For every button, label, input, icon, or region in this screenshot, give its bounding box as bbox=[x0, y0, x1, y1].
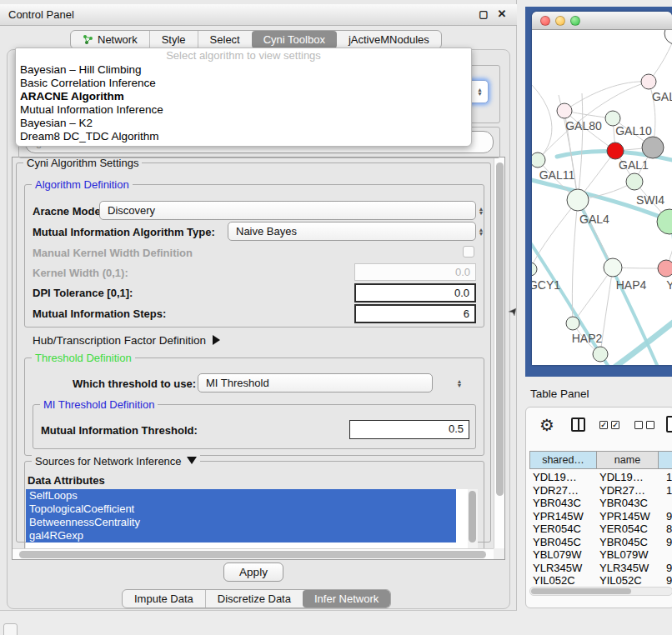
network-node[interactable] bbox=[657, 209, 672, 234]
attribute-list-item[interactable]: TopologicalCoefficient bbox=[26, 502, 456, 516]
attributes-scrollbar[interactable] bbox=[468, 489, 478, 549]
table-cell bbox=[658, 497, 672, 510]
dpi-tolerance-field[interactable]: 0.0 bbox=[354, 283, 476, 302]
apply-button[interactable]: Apply bbox=[223, 562, 283, 582]
network-node[interactable] bbox=[642, 137, 664, 158]
table-row[interactable]: YLR345WYLR345W9. bbox=[529, 562, 672, 575]
attribute-list-item[interactable]: BetweennessCentrality bbox=[26, 516, 456, 529]
network-node[interactable] bbox=[557, 103, 572, 118]
select-all-columns-icon[interactable]: ✓ ✓ bbox=[599, 421, 619, 429]
table-row[interactable]: YBL079WYBL079W bbox=[529, 548, 672, 562]
column-header-shared-name[interactable]: shared… bbox=[530, 452, 597, 468]
table-cell: 12 bbox=[658, 484, 672, 498]
table-row[interactable]: YER054CYER054C8. bbox=[529, 522, 672, 536]
table-row[interactable]: YPR145WYPR145W9. bbox=[529, 510, 672, 523]
algorithm-option[interactable]: Bayesian – Hill Climbing bbox=[16, 63, 471, 77]
attribute-list-item[interactable]: SelfLoops bbox=[26, 489, 456, 502]
mi-steps-field[interactable]: 6 bbox=[354, 304, 476, 323]
network-node-label: GAL4 bbox=[579, 212, 609, 226]
scrollbar-thumb[interactable] bbox=[19, 551, 486, 558]
split-columns-icon[interactable] bbox=[571, 418, 585, 432]
network-node[interactable] bbox=[567, 189, 589, 211]
network-node[interactable] bbox=[566, 317, 579, 330]
table-row[interactable]: YDR27…YDR27…12 bbox=[529, 484, 672, 498]
network-node[interactable] bbox=[532, 152, 545, 168]
column-header-name[interactable]: name bbox=[597, 452, 659, 468]
attribute-list-item[interactable]: gal4RGexp bbox=[26, 529, 456, 542]
scrollbar-thumb[interactable] bbox=[496, 162, 504, 496]
mouse-cursor bbox=[507, 307, 517, 317]
close-window-icon[interactable]: ✕ bbox=[495, 8, 509, 21]
tab-cyni-toolbox[interactable]: Cyni Toolbox bbox=[252, 31, 337, 48]
network-node[interactable] bbox=[593, 347, 608, 362]
tab-impute-data[interactable]: Impute Data bbox=[123, 590, 205, 608]
minimized-panel-icon[interactable] bbox=[3, 623, 18, 635]
table-cell: YBL079W bbox=[596, 548, 658, 562]
new-table-icon[interactable] bbox=[666, 416, 672, 432]
table-row[interactable]: YBR045CYBR045C9. bbox=[529, 536, 672, 549]
table-row[interactable]: YBR043CYBR043C bbox=[529, 497, 672, 510]
table-horizontal-scrollbar[interactable] bbox=[529, 587, 672, 596]
sources-title: Sources for Network Inference bbox=[35, 455, 182, 468]
network-node-labels: GALGAL80GAL10GAL1GAL11SWI4GAL4GCY1HAP4YH… bbox=[532, 90, 672, 345]
deselect-all-columns-icon[interactable] bbox=[634, 421, 654, 429]
manual-kernel-checkbox[interactable] bbox=[463, 246, 474, 258]
table-cell: YLR345W bbox=[529, 562, 596, 575]
table-body: YDL19…YDL19…13YDR27…YDR27…12YBR043CYBR04… bbox=[529, 471, 672, 586]
network-node[interactable] bbox=[664, 30, 672, 44]
settings-vertical-scrollbar[interactable] bbox=[494, 158, 504, 549]
table-cell: YIL052C bbox=[529, 574, 596, 586]
sources-toggle[interactable]: Sources for Network Inference bbox=[32, 455, 200, 468]
algorithm-option[interactable]: Bayesian – K2 bbox=[16, 117, 471, 130]
hub-section-label: Hub/Transcription Factor Definition bbox=[33, 334, 206, 347]
settings-horizontal-scrollbar[interactable] bbox=[13, 548, 495, 559]
scrollbar-thumb[interactable] bbox=[531, 588, 631, 594]
network-window-titlebar[interactable] bbox=[532, 12, 672, 30]
network-canvas[interactable]: GALGAL80GAL10GAL1GAL11SWI4GAL4GCY1HAP4YH… bbox=[532, 30, 672, 365]
minimize-traffic-light-icon[interactable] bbox=[555, 16, 565, 26]
control-panel: Control Panel ▢ ✕ NetworkStyleSelectCyni… bbox=[0, 0, 517, 611]
close-traffic-light-icon[interactable] bbox=[540, 16, 550, 26]
which-threshold-combobox[interactable]: MI Threshold bbox=[198, 373, 433, 392]
table-cell: YBR045C bbox=[529, 536, 596, 549]
network-node[interactable] bbox=[641, 74, 656, 89]
data-attributes-label: Data Attributes bbox=[28, 474, 105, 487]
unchecked-box-icon bbox=[634, 421, 643, 429]
hub-section-toggle[interactable]: Hub/Transcription Factor Definition bbox=[33, 334, 220, 347]
column-header-clipped[interactable] bbox=[659, 452, 672, 468]
algorithm-option[interactable]: Basic Correlation Inference bbox=[16, 77, 471, 90]
tab-style[interactable]: Style bbox=[149, 31, 198, 48]
table-cell: 13 bbox=[658, 471, 672, 484]
table-row[interactable]: YDL19…YDL19…13 bbox=[529, 471, 672, 484]
network-node[interactable] bbox=[607, 142, 624, 159]
network-graph: GALGAL80GAL10GAL1GAL11SWI4GAL4GCY1HAP4YH… bbox=[532, 30, 672, 365]
algorithm-option[interactable]: ARACNE Algorithm bbox=[16, 90, 471, 103]
threshold-title: Threshold Definition bbox=[32, 352, 135, 364]
tab-jactivemnodules[interactable]: jActiveMNodules bbox=[337, 31, 441, 48]
scrollbar-thumb[interactable] bbox=[469, 491, 476, 542]
kernel-width-field[interactable]: 0.0 bbox=[354, 263, 476, 281]
tab-network[interactable]: Network bbox=[71, 31, 149, 48]
aracne-mode-combobox[interactable]: Discovery bbox=[99, 201, 476, 220]
network-node-label: GAL80 bbox=[565, 119, 602, 132]
tab-infer-network[interactable]: Infer Network bbox=[303, 590, 390, 608]
algorithm-definition-title: Algorithm Definition bbox=[32, 178, 133, 191]
algorithm-option[interactable]: Dream8 DC_TDC Algorithm bbox=[16, 130, 471, 143]
network-node[interactable] bbox=[604, 258, 622, 277]
mi-algorithm-type-combobox[interactable]: Naive Bayes bbox=[228, 222, 476, 241]
data-attributes-list: SelfLoopsTopologicalCoefficientBetweenne… bbox=[26, 489, 468, 549]
table-row[interactable]: YIL052CYIL052C9 bbox=[529, 574, 672, 586]
tab-label: Cyni Toolbox bbox=[263, 33, 325, 46]
float-window-icon[interactable]: ▢ bbox=[477, 8, 490, 21]
algorithm-option[interactable]: Mutual Information Inference bbox=[16, 103, 471, 117]
tab-select[interactable]: Select bbox=[198, 31, 252, 48]
gear-icon[interactable]: ⚙ bbox=[539, 415, 554, 435]
zoom-traffic-light-icon[interactable] bbox=[570, 16, 580, 26]
control-panel-titlebar: Control Panel ▢ ✕ bbox=[0, 4, 517, 26]
unchecked-box-icon bbox=[646, 421, 654, 429]
network-node[interactable] bbox=[658, 260, 672, 277]
mi-threshold-field[interactable]: 0.5 bbox=[349, 420, 469, 439]
tab-discretize-data[interactable]: Discretize Data bbox=[205, 590, 303, 608]
network-node[interactable] bbox=[532, 262, 537, 276]
network-node[interactable] bbox=[626, 173, 643, 190]
